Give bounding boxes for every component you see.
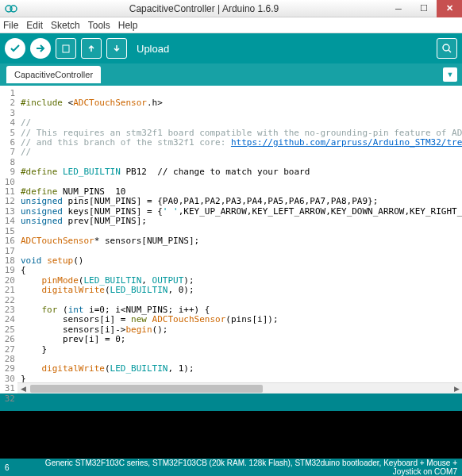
chevron-down-icon: ▼ [447,71,454,79]
new-button[interactable] [56,38,76,59]
svg-point-1 [10,6,17,12]
line-number: 14 [0,217,15,226]
message-bar [0,393,462,411]
toolbar: Upload [0,33,462,63]
open-button[interactable] [81,38,102,59]
line-number: 26 [0,335,15,344]
line-number: 32 [0,394,15,404]
serial-monitor-button[interactable] [437,38,457,59]
line-number: 12 [0,197,15,206]
scroll-left-icon[interactable]: ◀ [17,383,29,394]
line-number: 4 [0,118,15,128]
code-area[interactable]: #include <ADCTouchSensor.h> // // This r… [17,86,462,393]
file-icon [61,44,71,53]
status-bar: 6 Generic STM32F103C series, STM32F103CB… [0,459,462,476]
line-number: 16 [0,236,15,246]
minimize-button[interactable]: ─ [386,0,411,17]
menu-file[interactable]: File [3,20,18,31]
status-line-number: 6 [5,463,29,472]
menubar: File Edit Sketch Tools Help [0,17,462,33]
status-board-info: Generic STM32F103C series, STM32F103CB (… [29,459,457,476]
line-number: 31 [0,384,15,393]
close-button[interactable]: ✕ [437,0,462,17]
scroll-thumb[interactable] [30,385,263,393]
tab-menu-button[interactable]: ▼ [443,67,457,82]
line-gutter: 1234567891011121314151617181920212223242… [0,86,17,393]
upload-button[interactable] [30,38,51,59]
horizontal-scrollbar[interactable]: ◀ ▶ [17,382,462,393]
menu-edit[interactable]: Edit [26,20,43,31]
menu-sketch[interactable]: Sketch [51,20,80,31]
arrow-up-icon [87,44,96,53]
scroll-right-icon[interactable]: ▶ [451,383,462,394]
verify-button[interactable] [5,38,25,59]
line-number: 24 [0,315,15,324]
svg-rect-2 [63,45,69,52]
titlebar: CapacitiveController | Arduino 1.6.9 ─ ☐… [0,0,462,17]
code-editor[interactable]: 1234567891011121314151617181920212223242… [0,86,462,393]
line-number: 29 [0,364,15,374]
console [0,411,462,459]
tab-bar: CapacitiveController ▼ [0,63,462,86]
check-icon [10,43,21,54]
line-number: 9 [0,167,15,177]
menu-help[interactable]: Help [118,20,138,31]
line-number: 19 [0,266,15,275]
arrow-down-icon [112,44,121,53]
line-number: 2 [0,98,15,108]
maximize-button[interactable]: ☐ [411,0,437,17]
arrow-right-icon [35,43,46,54]
menu-tools[interactable]: Tools [88,20,110,31]
line-number: 21 [0,286,15,295]
arduino-logo-icon [5,2,17,15]
save-button[interactable] [106,38,127,59]
sketch-tab[interactable]: CapacitiveController [6,66,101,83]
svg-point-3 [443,44,449,51]
window-title: CapacitiveController | Arduino 1.6.9 [22,3,386,14]
line-number: 7 [0,148,15,157]
upload-label: Upload [137,43,169,55]
magnifier-icon [441,43,452,54]
